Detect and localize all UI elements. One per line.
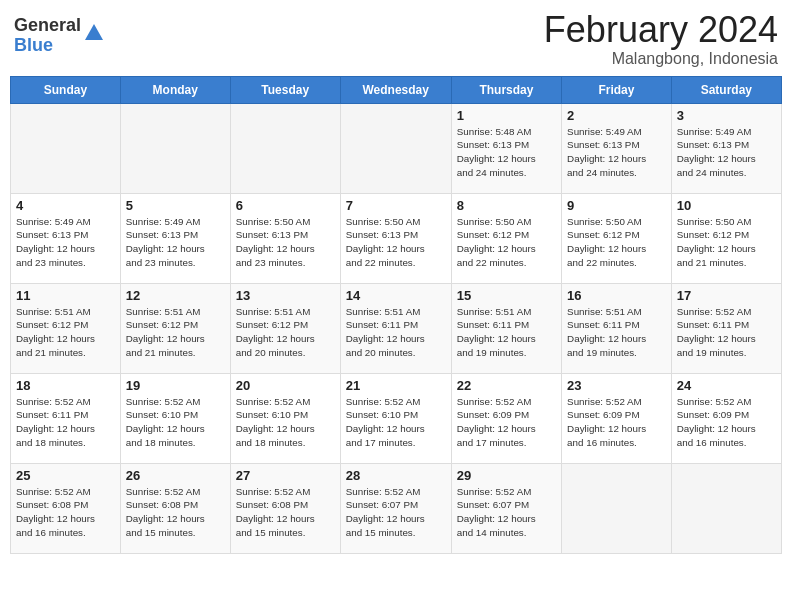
day-info: Sunrise: 5:51 AM Sunset: 6:12 PM Dayligh… bbox=[16, 305, 115, 360]
day-number: 1 bbox=[457, 108, 556, 123]
day-number: 9 bbox=[567, 198, 666, 213]
day-number: 29 bbox=[457, 468, 556, 483]
calendar-cell: 3Sunrise: 5:49 AM Sunset: 6:13 PM Daylig… bbox=[671, 103, 781, 193]
calendar-cell: 18Sunrise: 5:52 AM Sunset: 6:11 PM Dayli… bbox=[11, 373, 121, 463]
month-title: February 2024 bbox=[544, 10, 778, 50]
day-number: 2 bbox=[567, 108, 666, 123]
calendar-cell bbox=[340, 103, 451, 193]
day-header-saturday: Saturday bbox=[671, 76, 781, 103]
day-info: Sunrise: 5:50 AM Sunset: 6:12 PM Dayligh… bbox=[677, 215, 776, 270]
day-number: 13 bbox=[236, 288, 335, 303]
calendar-table: SundayMondayTuesdayWednesdayThursdayFrid… bbox=[10, 76, 782, 554]
calendar-cell: 7Sunrise: 5:50 AM Sunset: 6:13 PM Daylig… bbox=[340, 193, 451, 283]
calendar-cell: 2Sunrise: 5:49 AM Sunset: 6:13 PM Daylig… bbox=[562, 103, 672, 193]
day-info: Sunrise: 5:52 AM Sunset: 6:08 PM Dayligh… bbox=[16, 485, 115, 540]
day-number: 17 bbox=[677, 288, 776, 303]
day-header-wednesday: Wednesday bbox=[340, 76, 451, 103]
day-info: Sunrise: 5:50 AM Sunset: 6:13 PM Dayligh… bbox=[346, 215, 446, 270]
day-number: 24 bbox=[677, 378, 776, 393]
calendar-cell: 26Sunrise: 5:52 AM Sunset: 6:08 PM Dayli… bbox=[120, 463, 230, 553]
day-number: 20 bbox=[236, 378, 335, 393]
logo-blue: Blue bbox=[14, 36, 81, 56]
day-number: 23 bbox=[567, 378, 666, 393]
logo-general: General bbox=[14, 16, 81, 36]
calendar-week-row: 4Sunrise: 5:49 AM Sunset: 6:13 PM Daylig… bbox=[11, 193, 782, 283]
day-info: Sunrise: 5:51 AM Sunset: 6:11 PM Dayligh… bbox=[567, 305, 666, 360]
day-number: 18 bbox=[16, 378, 115, 393]
day-info: Sunrise: 5:52 AM Sunset: 6:09 PM Dayligh… bbox=[567, 395, 666, 450]
day-info: Sunrise: 5:49 AM Sunset: 6:13 PM Dayligh… bbox=[126, 215, 225, 270]
day-info: Sunrise: 5:50 AM Sunset: 6:12 PM Dayligh… bbox=[567, 215, 666, 270]
location: Malangbong, Indonesia bbox=[544, 50, 778, 68]
day-info: Sunrise: 5:50 AM Sunset: 6:13 PM Dayligh… bbox=[236, 215, 335, 270]
day-number: 26 bbox=[126, 468, 225, 483]
day-info: Sunrise: 5:52 AM Sunset: 6:10 PM Dayligh… bbox=[126, 395, 225, 450]
day-number: 6 bbox=[236, 198, 335, 213]
day-info: Sunrise: 5:48 AM Sunset: 6:13 PM Dayligh… bbox=[457, 125, 556, 180]
calendar-cell: 13Sunrise: 5:51 AM Sunset: 6:12 PM Dayli… bbox=[230, 283, 340, 373]
calendar-week-row: 18Sunrise: 5:52 AM Sunset: 6:11 PM Dayli… bbox=[11, 373, 782, 463]
day-number: 7 bbox=[346, 198, 446, 213]
day-info: Sunrise: 5:52 AM Sunset: 6:07 PM Dayligh… bbox=[457, 485, 556, 540]
day-number: 19 bbox=[126, 378, 225, 393]
day-number: 25 bbox=[16, 468, 115, 483]
day-info: Sunrise: 5:52 AM Sunset: 6:08 PM Dayligh… bbox=[236, 485, 335, 540]
day-number: 4 bbox=[16, 198, 115, 213]
day-info: Sunrise: 5:51 AM Sunset: 6:12 PM Dayligh… bbox=[236, 305, 335, 360]
page-header: General Blue February 2024 Malangbong, I… bbox=[10, 10, 782, 68]
day-number: 12 bbox=[126, 288, 225, 303]
day-info: Sunrise: 5:52 AM Sunset: 6:10 PM Dayligh… bbox=[236, 395, 335, 450]
day-header-thursday: Thursday bbox=[451, 76, 561, 103]
day-info: Sunrise: 5:50 AM Sunset: 6:12 PM Dayligh… bbox=[457, 215, 556, 270]
calendar-cell bbox=[11, 103, 121, 193]
calendar-cell: 21Sunrise: 5:52 AM Sunset: 6:10 PM Dayli… bbox=[340, 373, 451, 463]
calendar-cell: 19Sunrise: 5:52 AM Sunset: 6:10 PM Dayli… bbox=[120, 373, 230, 463]
calendar-week-row: 1Sunrise: 5:48 AM Sunset: 6:13 PM Daylig… bbox=[11, 103, 782, 193]
svg-marker-0 bbox=[85, 24, 103, 40]
day-number: 8 bbox=[457, 198, 556, 213]
calendar-cell: 17Sunrise: 5:52 AM Sunset: 6:11 PM Dayli… bbox=[671, 283, 781, 373]
calendar-cell: 5Sunrise: 5:49 AM Sunset: 6:13 PM Daylig… bbox=[120, 193, 230, 283]
calendar-cell: 20Sunrise: 5:52 AM Sunset: 6:10 PM Dayli… bbox=[230, 373, 340, 463]
day-info: Sunrise: 5:52 AM Sunset: 6:11 PM Dayligh… bbox=[16, 395, 115, 450]
day-info: Sunrise: 5:52 AM Sunset: 6:09 PM Dayligh… bbox=[677, 395, 776, 450]
day-info: Sunrise: 5:52 AM Sunset: 6:09 PM Dayligh… bbox=[457, 395, 556, 450]
title-block: February 2024 Malangbong, Indonesia bbox=[544, 10, 778, 68]
calendar-week-row: 11Sunrise: 5:51 AM Sunset: 6:12 PM Dayli… bbox=[11, 283, 782, 373]
day-info: Sunrise: 5:52 AM Sunset: 6:10 PM Dayligh… bbox=[346, 395, 446, 450]
day-info: Sunrise: 5:51 AM Sunset: 6:12 PM Dayligh… bbox=[126, 305, 225, 360]
day-header-monday: Monday bbox=[120, 76, 230, 103]
day-info: Sunrise: 5:51 AM Sunset: 6:11 PM Dayligh… bbox=[346, 305, 446, 360]
calendar-cell: 8Sunrise: 5:50 AM Sunset: 6:12 PM Daylig… bbox=[451, 193, 561, 283]
calendar-cell: 23Sunrise: 5:52 AM Sunset: 6:09 PM Dayli… bbox=[562, 373, 672, 463]
day-number: 11 bbox=[16, 288, 115, 303]
calendar-cell: 28Sunrise: 5:52 AM Sunset: 6:07 PM Dayli… bbox=[340, 463, 451, 553]
day-header-tuesday: Tuesday bbox=[230, 76, 340, 103]
calendar-cell: 16Sunrise: 5:51 AM Sunset: 6:11 PM Dayli… bbox=[562, 283, 672, 373]
calendar-cell: 24Sunrise: 5:52 AM Sunset: 6:09 PM Dayli… bbox=[671, 373, 781, 463]
calendar-cell bbox=[120, 103, 230, 193]
calendar-cell: 14Sunrise: 5:51 AM Sunset: 6:11 PM Dayli… bbox=[340, 283, 451, 373]
calendar-cell: 4Sunrise: 5:49 AM Sunset: 6:13 PM Daylig… bbox=[11, 193, 121, 283]
day-info: Sunrise: 5:51 AM Sunset: 6:11 PM Dayligh… bbox=[457, 305, 556, 360]
day-number: 15 bbox=[457, 288, 556, 303]
calendar-cell: 27Sunrise: 5:52 AM Sunset: 6:08 PM Dayli… bbox=[230, 463, 340, 553]
day-number: 21 bbox=[346, 378, 446, 393]
calendar-cell bbox=[671, 463, 781, 553]
day-number: 3 bbox=[677, 108, 776, 123]
calendar-week-row: 25Sunrise: 5:52 AM Sunset: 6:08 PM Dayli… bbox=[11, 463, 782, 553]
day-info: Sunrise: 5:52 AM Sunset: 6:11 PM Dayligh… bbox=[677, 305, 776, 360]
logo-icon bbox=[83, 20, 105, 42]
calendar-cell: 15Sunrise: 5:51 AM Sunset: 6:11 PM Dayli… bbox=[451, 283, 561, 373]
day-number: 14 bbox=[346, 288, 446, 303]
calendar-cell: 9Sunrise: 5:50 AM Sunset: 6:12 PM Daylig… bbox=[562, 193, 672, 283]
calendar-cell: 12Sunrise: 5:51 AM Sunset: 6:12 PM Dayli… bbox=[120, 283, 230, 373]
logo: General Blue bbox=[14, 16, 105, 56]
calendar-cell: 10Sunrise: 5:50 AM Sunset: 6:12 PM Dayli… bbox=[671, 193, 781, 283]
day-number: 27 bbox=[236, 468, 335, 483]
day-number: 16 bbox=[567, 288, 666, 303]
calendar-header-row: SundayMondayTuesdayWednesdayThursdayFrid… bbox=[11, 76, 782, 103]
calendar-cell bbox=[562, 463, 672, 553]
day-number: 5 bbox=[126, 198, 225, 213]
day-number: 22 bbox=[457, 378, 556, 393]
